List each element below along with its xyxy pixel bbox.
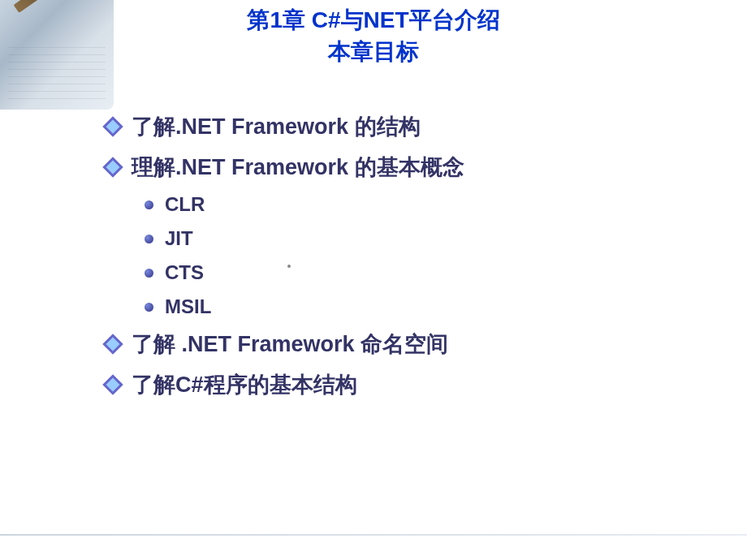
diamond-bullet-icon	[106, 377, 120, 392]
bullet-text: 了解 .NET Framework 命名空间	[132, 330, 448, 359]
decorative-corner-image	[0, 0, 114, 110]
circle-bullet-icon	[145, 200, 153, 209]
bullet-text: 了解C#程序的基本结构	[132, 370, 357, 399]
bullet-item-3: 了解 .NET Framework 命名空间	[106, 330, 747, 359]
diamond-bullet-icon	[106, 160, 120, 174]
bullet-item-1: 了解.NET Framework 的结构	[106, 112, 747, 141]
sub-bullet-text: MSIL	[165, 295, 211, 318]
sub-bullet-text: CTS	[165, 261, 204, 284]
sub-bullet-text: CLR	[165, 193, 205, 216]
bullet-item-2: 理解.NET Framework 的基本概念	[106, 153, 747, 182]
bullet-item-4: 了解C#程序的基本结构	[106, 370, 747, 399]
bullet-text: 了解.NET Framework 的结构	[132, 112, 421, 141]
sub-bullet-item-3: CTS	[106, 261, 747, 284]
circle-bullet-icon	[145, 269, 153, 278]
sub-bullet-item-1: CLR	[106, 193, 747, 216]
footer-divider	[0, 534, 747, 536]
circle-bullet-icon	[145, 235, 153, 243]
sub-bullet-item-4: MSIL	[106, 295, 747, 318]
slide-content: 了解.NET Framework 的结构 理解.NET Framework 的基…	[0, 67, 747, 399]
sub-bullet-item-2: JIT	[106, 227, 747, 250]
sub-bullet-text: JIT	[165, 227, 193, 250]
circle-bullet-icon	[145, 303, 153, 312]
diamond-bullet-icon	[106, 119, 120, 134]
bullet-text: 理解.NET Framework 的基本概念	[132, 153, 464, 182]
dot-marker	[287, 265, 291, 268]
diamond-bullet-icon	[106, 337, 120, 351]
